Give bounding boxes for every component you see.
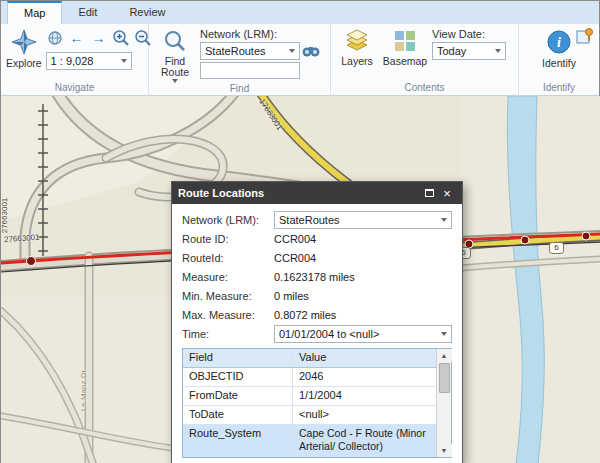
binoculars-icon[interactable] bbox=[302, 42, 320, 60]
chevron-down-icon bbox=[441, 218, 447, 222]
chevron-down-icon bbox=[121, 59, 127, 63]
network-lrm-combo[interactable]: StateRoutes bbox=[200, 42, 300, 60]
measure-value: 0.1623178 miles bbox=[274, 271, 452, 283]
scroll-up-icon[interactable]: ▲ bbox=[437, 349, 452, 362]
table-row[interactable]: FromDate 1/1/2004 bbox=[183, 387, 436, 406]
value-column-header: Value bbox=[293, 349, 436, 367]
group-navigate: Explore ← → bbox=[1, 24, 149, 96]
ribbon: Map Edit Review bbox=[1, 1, 599, 96]
min-measure-value: 0 miles bbox=[274, 290, 452, 302]
route-shield: 6 bbox=[549, 242, 564, 254]
explore-compass-icon bbox=[11, 29, 37, 57]
network-lrm-label: Network (LRM): bbox=[182, 214, 274, 226]
measure-label: Measure: bbox=[182, 271, 274, 283]
table-row[interactable]: Route_System Cape Cod - F Route (Minor A… bbox=[183, 425, 436, 457]
dialog-title-bar[interactable]: Route Locations × bbox=[172, 182, 462, 204]
application-window: Map Edit Review bbox=[0, 0, 600, 463]
dialog-body: Network (LRM): StateRoutes Route ID: CCR… bbox=[172, 204, 462, 463]
chevron-down-icon bbox=[289, 49, 295, 53]
map-view[interactable]: 27663001 27663001 17663001 Le Manz Dr 6 … bbox=[1, 96, 600, 463]
layers-icon bbox=[345, 29, 369, 55]
route-locations-dialog: Route Locations × Network (LRM): StateRo… bbox=[171, 181, 463, 463]
group-identify: i Identify Identify bbox=[519, 24, 599, 96]
dialog-title: Route Locations bbox=[178, 187, 420, 199]
table-row[interactable]: OBJECTID 2046 bbox=[183, 368, 436, 387]
back-arrow-icon[interactable]: ← bbox=[68, 29, 86, 47]
view-date-combo[interactable]: Today bbox=[432, 42, 506, 60]
map-scale-combo[interactable]: 1 : 9,028 bbox=[46, 52, 132, 70]
identify-info-icon: i bbox=[546, 29, 572, 57]
attribute-table: Field Value OBJECTID 2046 FromDate 1/1/2… bbox=[182, 348, 452, 458]
group-contents: Layers Basemap View Date: Today bbox=[331, 24, 519, 96]
route-value-input[interactable] bbox=[200, 62, 300, 79]
network-lrm-dropdown[interactable]: StateRoutes bbox=[274, 211, 452, 229]
time-label: Time: bbox=[182, 328, 274, 340]
maximize-icon[interactable] bbox=[420, 185, 438, 201]
group-find: Find Route Network (LRM): StateRoutes bbox=[149, 24, 331, 96]
routeid-value: CCR004 bbox=[274, 252, 452, 264]
view-date-label: View Date: bbox=[432, 28, 506, 40]
max-measure-value: 0.8072 miles bbox=[274, 309, 452, 321]
table-row[interactable]: ToDate <null> bbox=[183, 406, 436, 425]
svg-text:i: i bbox=[557, 35, 561, 50]
tab-review[interactable]: Review bbox=[113, 1, 181, 24]
group-label-find: Find bbox=[149, 83, 330, 96]
street-name-label: Le Manz Dr bbox=[79, 370, 88, 411]
ribbon-body: Explore ← → bbox=[1, 24, 599, 96]
network-lrm-label: Network (LRM): bbox=[200, 28, 320, 40]
max-measure-label: Max. Measure: bbox=[182, 309, 274, 321]
table-header-row: Field Value bbox=[183, 349, 436, 368]
routeid-label: RouteId: bbox=[182, 252, 274, 264]
zoom-in-icon[interactable] bbox=[112, 29, 130, 47]
tab-edit[interactable]: Edit bbox=[62, 1, 113, 24]
find-route-magnifier-icon bbox=[163, 29, 187, 55]
scroll-down-icon[interactable]: ▼ bbox=[437, 444, 452, 457]
group-label-identify: Identify bbox=[519, 82, 599, 96]
table-scrollbar[interactable]: ▲ ▼ bbox=[436, 349, 451, 457]
explore-button[interactable]: Explore bbox=[6, 27, 42, 82]
route-id-label: Route ID: bbox=[182, 233, 274, 245]
ribbon-tab-bar: Map Edit Review bbox=[1, 1, 599, 24]
close-icon[interactable]: × bbox=[438, 185, 456, 201]
chevron-down-icon bbox=[441, 332, 447, 336]
basemap-icon bbox=[393, 29, 417, 55]
forward-arrow-icon[interactable]: → bbox=[90, 29, 108, 47]
tab-map[interactable]: Map bbox=[7, 1, 62, 24]
group-label-navigate: Navigate bbox=[1, 82, 148, 96]
find-route-button[interactable]: Find Route bbox=[154, 27, 196, 83]
time-dropdown[interactable]: 01/01/2004 to <null> bbox=[274, 325, 452, 343]
identify-route-pin-icon[interactable] bbox=[575, 26, 595, 46]
chevron-down-icon bbox=[495, 49, 501, 53]
route-id-map-label: 27663001 bbox=[1, 198, 9, 234]
field-column-header: Field bbox=[183, 349, 293, 367]
route-id-value: CCR004 bbox=[274, 233, 452, 245]
group-label-contents: Contents bbox=[331, 82, 518, 96]
basemap-button[interactable]: Basemap bbox=[382, 27, 428, 82]
full-extent-icon[interactable] bbox=[46, 29, 64, 47]
layers-button[interactable]: Layers bbox=[336, 27, 378, 82]
min-measure-label: Min. Measure: bbox=[182, 290, 274, 302]
scrollbar-thumb[interactable] bbox=[439, 363, 450, 393]
